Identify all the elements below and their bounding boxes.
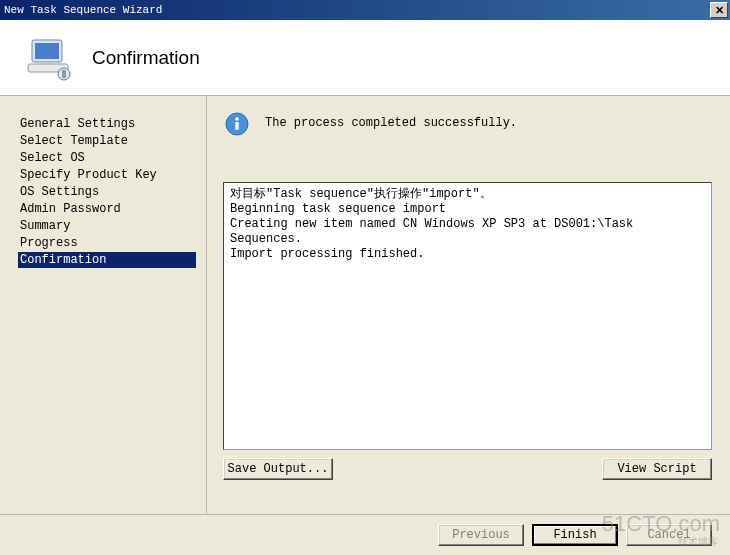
wizard-steps-sidebar: General Settings Select Template Select … bbox=[0, 96, 207, 514]
previous-button: Previous bbox=[438, 524, 524, 546]
finish-button[interactable]: Finish bbox=[532, 524, 618, 546]
sidebar-item-admin-password[interactable]: Admin Password bbox=[18, 201, 196, 217]
sidebar-item-select-template[interactable]: Select Template bbox=[18, 133, 196, 149]
sidebar-item-summary[interactable]: Summary bbox=[18, 218, 196, 234]
window-title: New Task Sequence Wizard bbox=[4, 4, 710, 16]
content-buttons-row: Save Output... View Script bbox=[223, 458, 712, 480]
svg-point-7 bbox=[235, 117, 239, 121]
svg-rect-3 bbox=[42, 62, 52, 65]
wizard-footer: Previous Finish Cancel bbox=[0, 514, 730, 555]
close-button[interactable]: ✕ bbox=[710, 2, 728, 18]
save-output-button[interactable]: Save Output... bbox=[223, 458, 333, 480]
sidebar-item-progress[interactable]: Progress bbox=[18, 235, 196, 251]
sidebar-item-confirmation[interactable]: Confirmation bbox=[18, 252, 196, 268]
info-icon bbox=[225, 112, 249, 136]
wizard-body: General Settings Select Template Select … bbox=[0, 96, 730, 514]
sidebar-item-general-settings[interactable]: General Settings bbox=[18, 116, 196, 132]
wizard-header: Confirmation bbox=[0, 20, 730, 96]
status-row: The process completed successfully. bbox=[223, 112, 712, 136]
svg-rect-1 bbox=[35, 43, 59, 59]
sidebar-item-os-settings[interactable]: OS Settings bbox=[18, 184, 196, 200]
close-icon: ✕ bbox=[715, 4, 724, 17]
output-log[interactable]: 对目标"Task sequence"执行操作"import"。 Beginnin… bbox=[223, 182, 712, 450]
view-script-button[interactable]: View Script bbox=[602, 458, 712, 480]
status-message: The process completed successfully. bbox=[265, 112, 517, 130]
sidebar-item-select-os[interactable]: Select OS bbox=[18, 150, 196, 166]
computer-icon bbox=[26, 34, 74, 82]
cancel-button: Cancel bbox=[626, 524, 712, 546]
titlebar: New Task Sequence Wizard ✕ bbox=[0, 0, 730, 20]
svg-rect-5 bbox=[62, 70, 66, 78]
wizard-content: The process completed successfully. 对目标"… bbox=[207, 96, 730, 514]
svg-rect-8 bbox=[235, 122, 238, 130]
sidebar-item-specify-product-key[interactable]: Specify Product Key bbox=[18, 167, 196, 183]
page-title: Confirmation bbox=[92, 47, 200, 69]
